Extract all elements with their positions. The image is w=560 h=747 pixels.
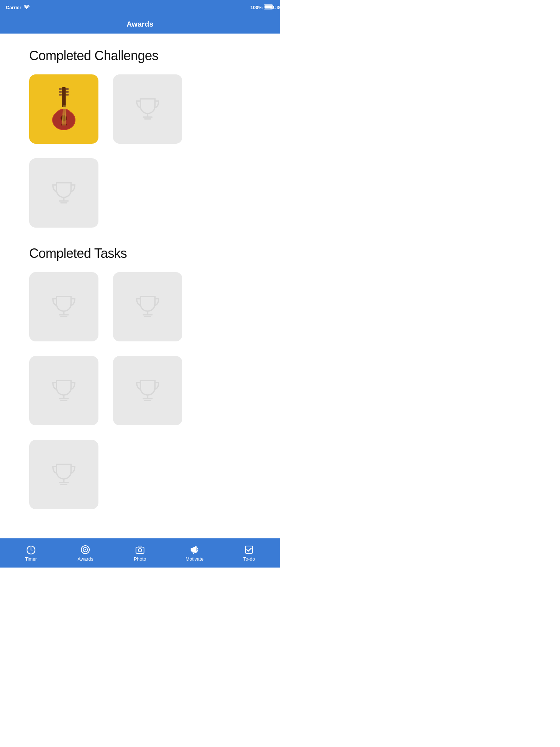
svg-rect-4: [59, 88, 62, 90]
task-trophy-3: [49, 376, 78, 405]
svg-point-50: [138, 549, 141, 552]
todo-tab-label: To-do: [243, 556, 255, 562]
challenges-grid: [29, 74, 251, 228]
task-trophy-5: [49, 460, 78, 489]
svg-rect-49: [136, 547, 144, 553]
task-trophy-1: [49, 292, 78, 321]
svg-point-48: [85, 549, 86, 550]
carrier-label: Carrier: [6, 5, 22, 10]
tab-timer[interactable]: Timer: [16, 545, 46, 562]
trophy-icon-3: [49, 178, 78, 208]
tab-motivate[interactable]: Motivate: [180, 545, 209, 562]
task-tile-2[interactable]: [113, 272, 182, 341]
svg-rect-8: [66, 91, 69, 93]
challenge-tile-2[interactable]: [113, 74, 182, 144]
svg-rect-16: [61, 124, 67, 125]
motivate-tab-label: Motivate: [186, 556, 203, 562]
main-content: Completed Challenges: [0, 34, 280, 538]
task-tile-3[interactable]: [29, 356, 98, 425]
battery-label: 100%: [250, 5, 262, 10]
tab-bar: Timer Awards Photo: [0, 538, 280, 568]
task-tile-4[interactable]: [113, 356, 182, 425]
tasks-grid: [29, 272, 251, 509]
timer-icon: [26, 545, 36, 555]
tab-todo[interactable]: To-do: [234, 545, 264, 562]
motivate-icon: [190, 545, 200, 555]
svg-rect-3: [62, 87, 66, 107]
challenge-tile-3[interactable]: [29, 158, 98, 228]
status-time: 11:30 AM: [270, 5, 280, 10]
awards-icon: [80, 545, 90, 555]
timer-tab-label: Timer: [25, 556, 37, 562]
task-tile-1[interactable]: [29, 272, 98, 341]
task-trophy-4: [133, 376, 162, 405]
task-trophy-2: [133, 292, 162, 321]
svg-rect-6: [59, 94, 62, 96]
nav-title: Awards: [127, 20, 153, 28]
photo-icon: [135, 545, 145, 555]
svg-rect-7: [66, 88, 69, 90]
tasks-section-title: Completed Tasks: [29, 246, 251, 261]
trophy-icon-2: [133, 94, 162, 124]
awards-tab-label: Awards: [78, 556, 93, 562]
svg-rect-9: [66, 94, 69, 96]
wifi-icon: [24, 5, 30, 10]
photo-tab-label: Photo: [134, 556, 146, 562]
nav-bar: Awards: [0, 15, 280, 34]
tab-photo[interactable]: Photo: [125, 545, 155, 562]
svg-rect-5: [59, 91, 62, 93]
guitar-icon: [46, 85, 82, 133]
todo-icon: [244, 545, 254, 555]
challenges-section-title: Completed Challenges: [29, 48, 251, 63]
tab-awards[interactable]: Awards: [71, 545, 100, 562]
status-bar: Carrier 11:30 AM 100%: [0, 0, 280, 15]
status-left: Carrier: [6, 5, 30, 10]
challenge-tile-1[interactable]: [29, 74, 98, 144]
task-tile-5[interactable]: [29, 440, 98, 509]
